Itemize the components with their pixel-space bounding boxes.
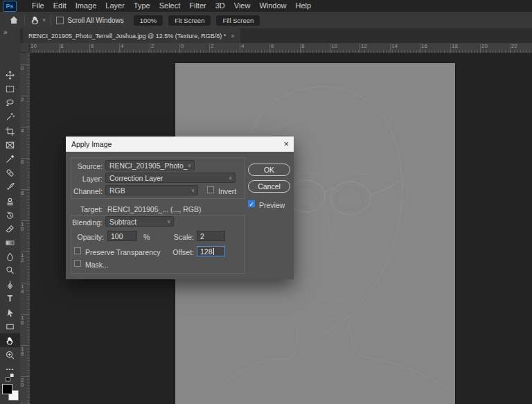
tool-gradient[interactable] bbox=[0, 236, 20, 249]
separator bbox=[51, 15, 51, 26]
text-caret bbox=[213, 248, 214, 255]
scroll-all-windows-checkbox[interactable] bbox=[56, 17, 64, 24]
layer-dropdown[interactable]: Correction Layer ∨ bbox=[105, 173, 236, 183]
mask-checkbox[interactable] bbox=[74, 260, 81, 267]
dialog-title-bar[interactable]: Apply Image × bbox=[66, 137, 294, 152]
tool-move[interactable] bbox=[0, 68, 20, 82]
fill-screen-button[interactable]: Fill Screen bbox=[216, 15, 260, 26]
ruler-mark: 20 bbox=[480, 44, 488, 49]
menu-file[interactable]: File bbox=[32, 0, 44, 12]
ruler-mark: 16 bbox=[420, 44, 427, 49]
color-swatches[interactable] bbox=[1, 383, 19, 401]
channel-value: RGB bbox=[109, 186, 191, 195]
cancel-button[interactable]: Cancel bbox=[248, 180, 290, 193]
tool-path-selection[interactable] bbox=[0, 306, 20, 319]
default-colors-icon[interactable] bbox=[0, 372, 20, 382]
toolbar-expand-icon[interactable]: » bbox=[3, 28, 8, 36]
zoom-100-button[interactable]: 100% bbox=[134, 15, 163, 26]
dialog-title: Apply Image bbox=[71, 140, 112, 148]
channel-dropdown[interactable]: RGB ∨ bbox=[105, 185, 198, 195]
blending-value: Subtract bbox=[109, 218, 167, 226]
tool-pen[interactable] bbox=[0, 278, 20, 292]
ruler-mark: 18 bbox=[21, 345, 26, 356]
ruler-mark: 18 bbox=[450, 44, 458, 49]
tool-dodge[interactable] bbox=[0, 263, 20, 277]
menu-layer[interactable]: Layer bbox=[105, 0, 125, 12]
ruler-mark: 4 bbox=[240, 44, 244, 49]
preserve-transparency-checkbox[interactable] bbox=[74, 247, 81, 254]
invert-checkbox[interactable] bbox=[207, 186, 214, 193]
home-icon[interactable] bbox=[8, 15, 19, 26]
hand-tool-preset[interactable]: ∨ bbox=[30, 15, 46, 26]
options-bar: ∨ Scroll All Windows 100% Fit Screen Fil… bbox=[0, 12, 532, 29]
source-label: Source: bbox=[66, 162, 103, 170]
apply-image-dialog: Apply Image × Source: RENCI_201905_Photo… bbox=[66, 137, 294, 279]
menu-select[interactable]: Select bbox=[159, 0, 181, 12]
tool-blur[interactable] bbox=[0, 249, 20, 263]
tab-close-icon[interactable]: × bbox=[231, 33, 234, 39]
target-label: Target: bbox=[66, 205, 103, 213]
tool-hand[interactable] bbox=[0, 333, 20, 347]
menu-edit[interactable]: Edit bbox=[53, 0, 66, 12]
menu-view[interactable]: View bbox=[234, 0, 251, 12]
offset-input[interactable]: 128 bbox=[197, 246, 225, 256]
menu-filter[interactable]: Filter bbox=[189, 0, 206, 12]
tool-history-brush[interactable] bbox=[0, 208, 20, 222]
menu-window[interactable]: Window bbox=[259, 0, 286, 12]
scale-input[interactable]: 2 bbox=[197, 231, 225, 241]
chevron-down-icon: ∨ bbox=[167, 219, 170, 225]
menu-3d[interactable]: 3D bbox=[215, 0, 225, 12]
tool-quick-selection[interactable] bbox=[0, 109, 20, 123]
tool-rectangular-marquee[interactable] bbox=[0, 82, 20, 96]
tool-zoom[interactable] bbox=[0, 348, 20, 362]
ruler-mark: 10 bbox=[29, 44, 37, 49]
ruler-mark: 0 bbox=[21, 64, 26, 71]
ruler-mark: 10 bbox=[21, 220, 26, 231]
chevron-down-icon: ∨ bbox=[229, 175, 232, 181]
ruler-mark: 14 bbox=[390, 44, 398, 49]
ruler-mark: 10 bbox=[330, 44, 337, 49]
scale-label: Scale: bbox=[156, 233, 194, 241]
foreground-color-swatch[interactable] bbox=[2, 384, 12, 394]
tool-frame[interactable] bbox=[0, 138, 20, 152]
tool-eraser[interactable] bbox=[0, 222, 20, 236]
chevron-down-icon: ∨ bbox=[191, 188, 195, 193]
tool-type[interactable]: T bbox=[0, 292, 20, 306]
layer-value: Correction Layer bbox=[109, 174, 229, 182]
menu-bar: Ps File Edit Image Layer Type Select Fil… bbox=[0, 0, 532, 12]
tool-brush[interactable] bbox=[0, 179, 20, 193]
dialog-close-icon[interactable]: × bbox=[283, 139, 289, 149]
ruler-mark: 12 bbox=[21, 252, 26, 263]
document-tab[interactable]: RENCI_201905_Photo_Terrell_Joshua.jpg @ … bbox=[23, 28, 240, 43]
tool-spot-healing-brush[interactable] bbox=[0, 166, 20, 179]
preview-checkbox[interactable]: ✓ bbox=[248, 200, 255, 207]
ruler-mark: 2 bbox=[150, 44, 154, 49]
ruler-mark: 20 bbox=[21, 376, 26, 387]
menu-type[interactable]: Type bbox=[134, 0, 150, 12]
ruler-mark: 12 bbox=[360, 44, 367, 49]
ruler-mark: 2 bbox=[209, 44, 213, 49]
tool-lasso[interactable] bbox=[0, 96, 20, 109]
tool-crop[interactable] bbox=[0, 124, 20, 138]
ok-button[interactable]: OK bbox=[248, 164, 290, 176]
opacity-input[interactable]: 100 bbox=[107, 231, 137, 241]
ruler-mark: 4 bbox=[21, 127, 26, 133]
menu-help[interactable]: Help bbox=[296, 0, 312, 12]
ruler-mark: 14 bbox=[21, 283, 26, 294]
ruler-horizontal[interactable]: 10 8 6 4 2 0 2 4 6 8 10 12 14 16 18 20 2… bbox=[20, 43, 532, 53]
ruler-vertical[interactable]: 0 2 4 6 8 10 12 14 16 18 20 22 bbox=[20, 53, 30, 404]
scale-value: 2 bbox=[200, 232, 204, 240]
tool-rectangle[interactable] bbox=[0, 319, 20, 333]
ruler-mark: 8 bbox=[59, 44, 63, 49]
offset-value: 128 bbox=[200, 247, 213, 256]
source-dropdown[interactable]: RENCI_201905_Photo_Te... ∨ bbox=[105, 160, 195, 170]
ruler-mark: 22 bbox=[510, 44, 517, 49]
photoshop-window: Ps File Edit Image Layer Type Select Fil… bbox=[0, 0, 532, 404]
fit-screen-button[interactable]: Fit Screen bbox=[168, 15, 211, 26]
ruler-mark: 2 bbox=[21, 96, 26, 102]
tool-clone-stamp[interactable] bbox=[0, 194, 20, 208]
menu-image[interactable]: Image bbox=[76, 0, 97, 12]
blending-dropdown[interactable]: Subtract ∨ bbox=[105, 216, 174, 227]
tool-eyedropper[interactable] bbox=[0, 152, 20, 166]
blending-label: Blending: bbox=[66, 218, 103, 227]
